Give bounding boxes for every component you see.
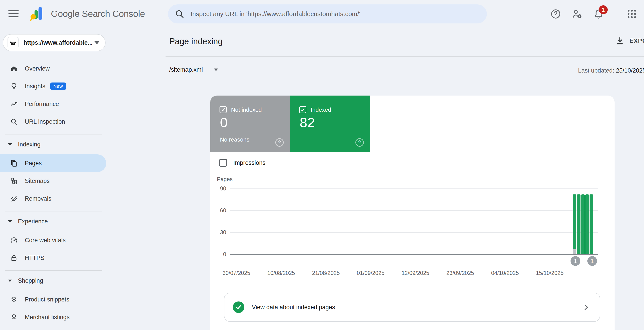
gridline-30 [230,232,598,233]
app-title: Google Search Console [51,9,145,19]
property-selector[interactable]: https://www.affordable... [3,34,106,51]
layers-icon [10,296,18,304]
collapse-arrow-icon [8,143,12,146]
annotation-chip[interactable]: 1 [587,256,597,266]
export-button[interactable]: EXPORT [615,36,644,45]
chart-bar[interactable] [590,194,593,254]
new-badge: New [50,82,66,90]
y-tick-label: 0 [210,251,226,258]
sidebar-item-overview[interactable]: Overview [0,60,116,77]
url-inspection-searchbar[interactable] [168,4,487,23]
search-input[interactable] [190,10,480,18]
speedometer-icon [10,236,18,244]
help-icon[interactable] [550,8,561,19]
gridline-60 [230,210,598,211]
y-axis-label: Pages [217,176,232,182]
sidebar-item-url-inspection[interactable]: URL inspection [0,113,116,130]
sitemap-tree-icon [10,177,18,185]
sidebar-item-merchant-listings[interactable]: Merchant listings [0,308,116,326]
x-tick-label: 04/10/2025 [481,270,529,276]
sidebar-nav: Overview Insights New Performance [0,60,116,326]
gridline-90 [230,188,598,189]
sidebar-item-removals[interactable]: Removals [0,190,116,207]
layers-icon [10,313,18,321]
sidebar-section-experience[interactable]: Experience [0,211,116,231]
trending-up-icon [10,100,18,108]
sidebar-section-shopping[interactable]: Shopping [0,271,116,291]
lightbulb-icon [10,82,18,90]
property-url: https://www.affordable... [24,39,94,46]
x-tick-label: 30/07/2025 [212,270,261,276]
sidebar-item-pages[interactable]: Pages [0,154,106,172]
collapse-arrow-icon [8,280,12,282]
sidebar-item-sitemaps[interactable]: Sitemaps [0,172,116,190]
menu-icon[interactable] [8,9,18,18]
sidebar-item-insights[interactable]: Insights New [0,77,116,95]
app-logo[interactable]: Google Search Console [29,6,145,22]
sitemap-filter-dropdown[interactable]: /sitemap.xml [169,66,218,73]
chart-bar[interactable] [577,194,580,254]
top-app-bar: Google Search Console [0,0,644,28]
x-tick-label: 10/08/2025 [257,270,306,276]
header-divider [166,56,644,57]
sidebar-item-core-web-vitals[interactable]: Core web vitals [0,231,116,249]
page-title: Page indexing [169,37,223,46]
annotation-chip[interactable]: 1 [570,256,580,266]
page-indexing-panel: Not indexed 0 No reasons ? Indexed 82 ? … [210,95,614,330]
y-tick-label: 60 [210,207,226,214]
chevron-down-icon [94,41,99,44]
check-circle-icon [233,302,244,313]
property-favicon [8,37,18,48]
main-content: Page indexing EXPORT /sitemap.xml Last u… [116,28,644,330]
search-icon [174,9,184,19]
chart-bar[interactable] [573,194,576,254]
chart-bar[interactable] [585,194,589,254]
y-tick-label: 90 [210,185,226,192]
sidebar-section-indexing[interactable]: Indexing [0,134,116,154]
y-tick-label: 30 [210,229,226,236]
sidebar-item-performance[interactable]: Performance [0,95,116,113]
sidebar-item-https[interactable]: HTTPS [0,249,116,267]
apps-grid-icon[interactable] [626,8,637,19]
lock-icon [10,254,18,262]
last-updated: Last updated: 25/10/2025 [578,67,644,74]
collapse-arrow-icon [8,220,12,223]
sidebar-item-product-snippets[interactable]: Product snippets [0,291,116,308]
eye-off-icon [10,195,18,203]
chart-bar-not-indexed-segment [573,249,576,254]
notification-badge: 1 [599,5,608,14]
x-tick-label: 23/09/2025 [436,270,485,276]
home-icon [10,65,18,72]
x-tick-label: 01/09/2025 [346,270,395,276]
view-indexed-data-banner[interactable]: View data about indexed pages [224,293,600,322]
chart-bar[interactable] [581,194,585,254]
sidebar: https://www.affordable... Overview Insig… [0,28,116,330]
google-search-console-app: Google Search Console [0,0,644,330]
x-tick-label: 21/08/2025 [302,270,350,276]
x-tick-label: 15/10/2025 [526,270,574,276]
search-console-logo-icon [29,6,45,22]
gridline-0 [230,254,598,255]
chevron-right-icon[interactable] [582,303,590,311]
notifications-bell-icon[interactable]: 1 [593,8,604,19]
chevron-down-icon [214,68,218,71]
user-settings-icon[interactable] [572,8,582,19]
x-tick-label: 12/09/2025 [391,270,440,276]
download-icon [615,36,624,45]
magnifier-icon [10,118,18,126]
pages-icon [10,159,18,167]
